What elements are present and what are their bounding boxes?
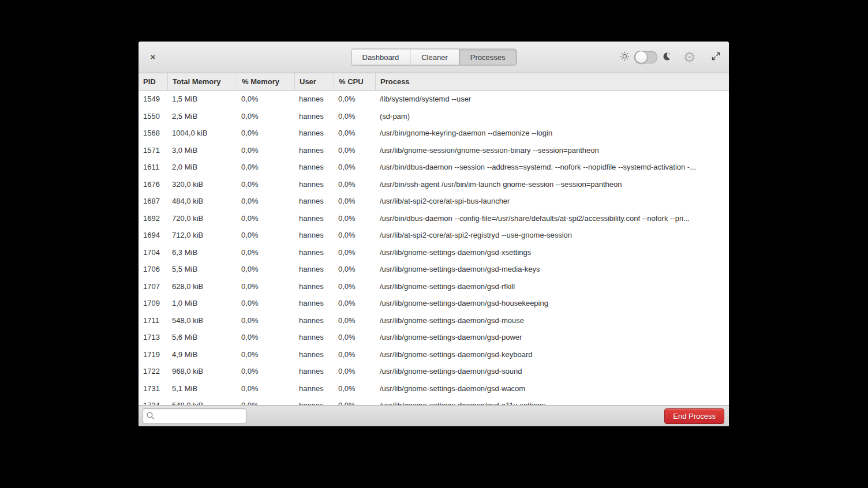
table-row[interactable]: 17046,3 MiB0,0%hannes0,0%/usr/lib/gnome-… — [139, 244, 729, 261]
cell-cpu_pct: 0,0% — [334, 193, 375, 210]
monitor-window: × Dashboard Cleaner Processes — [139, 42, 729, 426]
table-row[interactable]: 1707628,0 kiB0,0%hannes0,0%/usr/lib/gnom… — [139, 278, 729, 295]
cell-process: /usr/bin/dbus-daemon --session --address… — [375, 159, 729, 176]
close-button[interactable]: × — [147, 51, 159, 63]
cell-user: hannes — [294, 329, 334, 346]
column-header-mem_pct[interactable]: % Memory — [237, 73, 294, 90]
cell-user: hannes — [294, 227, 334, 244]
cell-memory: 4,9 MiB — [167, 346, 237, 363]
cell-process: /usr/lib/gnome-settings-daemon/gsd-sound — [375, 363, 729, 380]
cell-pid: 1692 — [139, 210, 167, 227]
table-row[interactable]: 15681004,0 kiB0,0%hannes0,0%/usr/bin/gno… — [139, 125, 729, 142]
cell-user: hannes — [294, 193, 334, 210]
table-row[interactable]: 15713,0 MiB0,0%hannes0,0%/usr/lib/gnome-… — [139, 142, 729, 159]
cell-pid: 1711 — [139, 312, 167, 329]
cell-process: /usr/bin/ssh-agent /usr/bin/im-launch gn… — [375, 176, 729, 193]
cell-pid: 1704 — [139, 244, 167, 261]
moon-icon — [662, 52, 671, 63]
tab-cleaner[interactable]: Cleaner — [410, 50, 459, 65]
cell-user: hannes — [294, 397, 334, 405]
table-row[interactable]: 1722968,0 kiB0,0%hannes0,0%/usr/lib/gnom… — [139, 363, 729, 380]
toggle-knob[interactable] — [635, 51, 648, 63]
titlebar-right-controls: ⚙ — [620, 50, 729, 65]
cell-pid: 1707 — [139, 278, 167, 295]
table-row[interactable]: 17091,0 MiB0,0%hannes0,0%/usr/lib/gnome-… — [139, 295, 729, 312]
table-row[interactable]: 1711548,0 kiB0,0%hannes0,0%/usr/lib/gnom… — [139, 312, 729, 329]
cell-user: hannes — [294, 278, 334, 295]
column-header-memory[interactable]: Total Memory — [167, 73, 237, 90]
expand-arrows-icon — [711, 51, 721, 63]
cell-pid: 1713 — [139, 329, 167, 346]
cell-pid: 1611 — [139, 159, 167, 176]
cell-pid: 1676 — [139, 176, 167, 193]
cell-memory: 2,0 MiB — [167, 159, 237, 176]
table-row[interactable]: 1694712,0 kiB0,0%hannes0,0%/usr/lib/at-s… — [139, 227, 729, 244]
table-row[interactable]: 1692720,0 kiB0,0%hannes0,0%/usr/bin/dbus… — [139, 210, 729, 227]
table-row[interactable]: 1687484,0 kiB0,0%hannes0,0%/usr/lib/at-s… — [139, 193, 729, 210]
cell-process: /usr/bin/gnome-keyring-daemon --daemoniz… — [375, 125, 729, 142]
cell-memory: 1,5 MiB — [167, 91, 237, 108]
cell-mem_pct: 0,0% — [237, 91, 294, 108]
cell-memory: 5,6 MiB — [167, 329, 237, 346]
cell-cpu_pct: 0,0% — [334, 210, 375, 227]
table-row[interactable]: 17065,5 MiB0,0%hannes0,0%/usr/lib/gnome-… — [139, 261, 729, 278]
cell-process: /usr/lib/gnome-settings-daemon/gsd-house… — [375, 295, 729, 312]
cell-pid: 1568 — [139, 125, 167, 142]
titlebar: × Dashboard Cleaner Processes — [139, 42, 729, 73]
cell-pid: 1550 — [139, 108, 167, 125]
cell-cpu_pct: 0,0% — [334, 244, 375, 261]
cell-cpu_pct: 0,0% — [334, 363, 375, 380]
cell-user: hannes — [294, 176, 334, 193]
table-row[interactable]: 15502,5 MiB0,0%hannes0,0%(sd-pam) — [139, 108, 729, 125]
cell-pid: 1731 — [139, 380, 167, 397]
cell-pid: 1549 — [139, 91, 167, 108]
end-process-button[interactable]: End Process — [664, 408, 724, 424]
cell-process: /usr/lib/gnome-session/gnome-session-bin… — [375, 142, 729, 159]
column-header-user[interactable]: User — [294, 73, 334, 90]
cell-memory: 6,3 MiB — [167, 244, 237, 261]
settings-gear-button[interactable]: ⚙ — [683, 50, 696, 65]
search-input[interactable] — [143, 408, 246, 423]
table-row[interactable]: 17315,1 MiB0,0%hannes0,0%/usr/lib/gnome-… — [139, 380, 729, 397]
table-row[interactable]: 17135,6 MiB0,0%hannes0,0%/usr/lib/gnome-… — [139, 329, 729, 346]
table-row[interactable]: 16112,0 MiB0,0%hannes0,0%/usr/bin/dbus-d… — [139, 159, 729, 176]
column-header-cpu_pct[interactable]: % CPU — [334, 73, 375, 90]
cell-mem_pct: 0,0% — [237, 312, 294, 329]
cell-memory: 712,0 kiB — [167, 227, 237, 244]
cell-pid: 1719 — [139, 346, 167, 363]
tab-processes[interactable]: Processes — [459, 50, 517, 65]
cell-mem_pct: 0,0% — [237, 363, 294, 380]
column-header-pid[interactable]: PID — [139, 73, 167, 90]
cell-cpu_pct: 0,0% — [334, 227, 375, 244]
fullscreen-expand-button[interactable] — [711, 51, 721, 63]
cell-mem_pct: 0,0% — [237, 159, 294, 176]
cell-process: /lib/systemd/systemd --user — [375, 91, 729, 108]
cell-cpu_pct: 0,0% — [334, 312, 375, 329]
table-row[interactable]: 1676320,0 kiB0,0%hannes0,0%/usr/bin/ssh-… — [139, 176, 729, 193]
table-row[interactable]: 15491,5 MiB0,0%hannes0,0%/lib/systemd/sy… — [139, 91, 729, 108]
cell-process: /usr/lib/gnome-settings-daemon/gsd-xsett… — [375, 244, 729, 261]
cell-pid: 1709 — [139, 295, 167, 312]
cell-cpu_pct: 0,0% — [334, 261, 375, 278]
cell-mem_pct: 0,0% — [237, 244, 294, 261]
cell-cpu_pct: 0,0% — [334, 91, 375, 108]
tab-dashboard[interactable]: Dashboard — [351, 50, 410, 65]
cell-process: /usr/lib/gnome-settings-daemon/gsd-media… — [375, 261, 729, 278]
cell-cpu_pct: 0,0% — [334, 346, 375, 363]
table-row[interactable]: 1734548,0 kiB0,0%hannes0,0%/usr/lib/gnom… — [139, 397, 729, 405]
cell-process: /usr/lib/gnome-settings-daemon/gsd-wacom — [375, 380, 729, 397]
cell-user: hannes — [294, 261, 334, 278]
dark-mode-toggle[interactable] — [634, 51, 657, 63]
cell-cpu_pct: 0,0% — [334, 380, 375, 397]
cell-user: hannes — [294, 125, 334, 142]
cell-memory: 548,0 kiB — [167, 397, 237, 405]
table-row[interactable]: 17194,9 MiB0,0%hannes0,0%/usr/lib/gnome-… — [139, 346, 729, 363]
cell-mem_pct: 0,0% — [237, 346, 294, 363]
cell-cpu_pct: 0,0% — [334, 397, 375, 405]
table-header: PIDTotal Memory% MemoryUser% CPUProcess — [139, 73, 729, 91]
column-header-process[interactable]: Process — [375, 73, 729, 90]
cell-process: /usr/lib/at-spi2-core/at-spi-bus-launche… — [375, 193, 729, 210]
cell-memory: 548,0 kiB — [167, 312, 237, 329]
view-switcher: Dashboard Cleaner Processes — [351, 49, 517, 66]
cell-mem_pct: 0,0% — [237, 227, 294, 244]
